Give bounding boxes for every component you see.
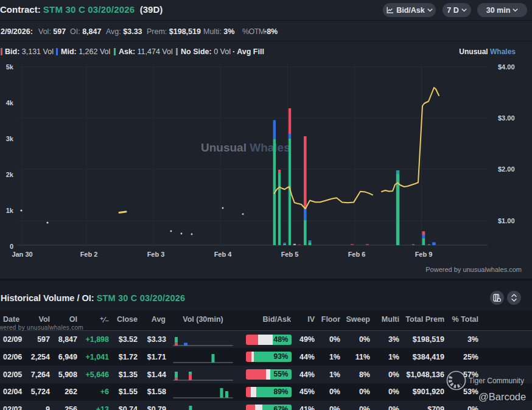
svg-text:1k: 1k	[6, 207, 14, 214]
svg-text:0: 0	[10, 243, 13, 250]
svg-text:Unusual Whales: Unusual Whales	[201, 141, 290, 154]
svg-text:Feb 5: Feb 5	[281, 251, 299, 258]
svg-text:$4.00: $4.00	[498, 63, 515, 71]
svg-text:Jan 30: Jan 30	[12, 251, 32, 258]
svg-text:Feb 2: Feb 2	[80, 251, 98, 258]
svg-text:5k: 5k	[6, 63, 14, 71]
svg-text:$3.00: $3.00	[498, 114, 515, 122]
svg-text:3k: 3k	[6, 135, 14, 142]
svg-text:4k: 4k	[6, 99, 14, 106]
svg-text:$1.00: $1.00	[498, 217, 515, 224]
svg-text:Feb 3: Feb 3	[147, 251, 165, 258]
svg-text:Feb 4: Feb 4	[214, 251, 233, 258]
svg-text:Feb 6: Feb 6	[348, 251, 366, 258]
svg-text:$2.00: $2.00	[498, 165, 515, 173]
svg-text:Feb 9: Feb 9	[415, 251, 433, 258]
svg-text:2k: 2k	[6, 171, 14, 178]
